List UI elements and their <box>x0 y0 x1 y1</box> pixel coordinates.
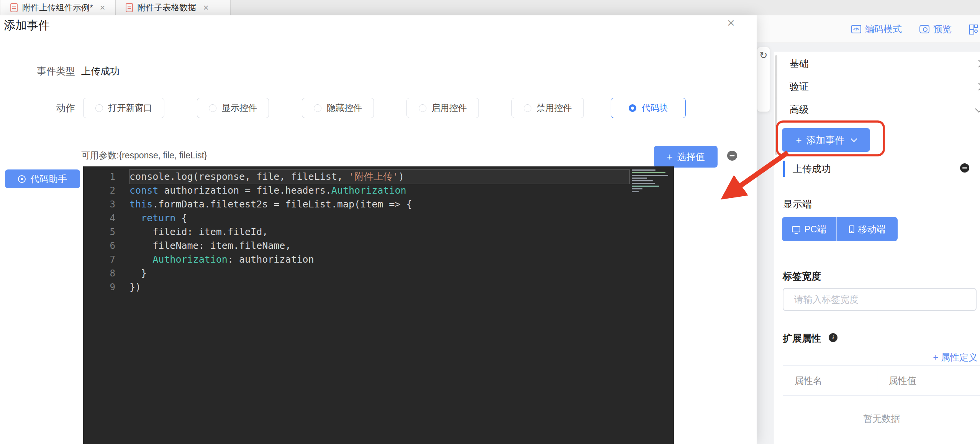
attrs-table-header: 属性名属性值 <box>783 366 980 396</box>
plus-icon: + <box>667 152 672 162</box>
chevron-down-icon <box>851 136 857 142</box>
attrs-table-header-cell: 属性名 <box>783 366 877 395</box>
phone-icon <box>849 225 854 233</box>
line-number: 9 <box>83 282 115 293</box>
line-number: 2 <box>83 185 115 196</box>
chevron-right-icon <box>975 83 980 90</box>
available-params-text: 可用参数:{response, file, fileList} <box>81 150 207 161</box>
top-toolbar: </> 编码模式 预览 <box>757 15 980 43</box>
action-options-row: 打开新窗口显示控件隐藏控件启用控件禁用控件代码块 <box>0 98 757 118</box>
line-content: console.log(response, file, fileList, '附… <box>129 170 629 184</box>
action-option-0[interactable]: 打开新窗口 <box>83 98 164 118</box>
event-item-upload-success[interactable]: 上传成功 <box>793 163 831 175</box>
modal-title: 添加事件 <box>4 18 50 33</box>
attrs-table-header-cell: 属性值 <box>877 366 980 395</box>
add-event-button[interactable]: + 添加事件 <box>782 128 870 152</box>
chevron-right-icon <box>975 60 980 67</box>
event-type-value: 上传成功 <box>81 63 120 79</box>
chevron-down-icon <box>975 105 980 113</box>
panel-section-2[interactable]: 高级 <box>774 98 980 121</box>
tab-bar: 附件上传组件示例*×附件子表格数据× <box>0 0 980 15</box>
panel-section-1[interactable]: 验证 <box>774 75 980 98</box>
file-tab-1[interactable]: 附件子表格数据× <box>116 0 231 15</box>
line-content: fileName: item.fileName, <box>129 239 629 253</box>
close-icon[interactable]: × <box>727 15 735 30</box>
display-button-pc[interactable]: PC端 <box>782 217 837 241</box>
action-option-3[interactable]: 启用控件 <box>406 98 479 118</box>
line-number: 3 <box>83 199 115 210</box>
coding-mode-button[interactable]: </> 编码模式 <box>851 23 902 35</box>
components-grid-icon[interactable] <box>969 25 978 34</box>
file-tab-0[interactable]: 附件上传组件示例*× <box>0 0 116 15</box>
action-option-label: 启用控件 <box>432 102 467 114</box>
action-option-label: 代码块 <box>642 102 668 114</box>
canvas-toolbar-pill: ↻ <box>757 47 770 112</box>
plus-icon: + <box>796 135 801 145</box>
line-number: 4 <box>83 213 115 224</box>
code-line: 9}) <box>83 280 674 294</box>
tab-close-icon[interactable]: × <box>203 2 209 13</box>
remove-event-button[interactable] <box>960 163 969 173</box>
code-lines: 1console.log(response, file, fileList, '… <box>83 170 674 294</box>
event-type-label: 事件类型 <box>0 63 75 79</box>
display-button-label: 移动端 <box>858 223 886 235</box>
action-option-2[interactable]: 隐藏控件 <box>302 98 374 118</box>
attr-define-link[interactable]: + 属性定义 <box>933 351 978 363</box>
line-number: 6 <box>83 240 115 251</box>
radio-selected-icon <box>629 104 636 112</box>
properties-panel: 基础验证高级 + 添加事件 上传成功 显示端 PC端移动端 标签宽度 扩展属性 … <box>774 52 980 444</box>
line-content: fileid: item.fileId, <box>129 225 629 239</box>
action-option-4[interactable]: 禁用控件 <box>511 98 584 118</box>
line-number: 7 <box>83 254 115 265</box>
code-line: 7 Authorization: authorization <box>83 253 674 266</box>
action-option-label: 隐藏控件 <box>327 102 362 114</box>
display-button-mobile[interactable]: 移动端 <box>837 217 898 241</box>
preview-button[interactable]: 预览 <box>919 23 952 35</box>
action-option-label: 显示控件 <box>222 102 257 114</box>
preview-label: 预览 <box>933 23 952 35</box>
panel-section-0[interactable]: 基础 <box>774 52 980 75</box>
display-button-label: PC端 <box>804 223 826 235</box>
radio-icon <box>95 104 103 112</box>
code-line: 4 return { <box>83 211 674 225</box>
tab-close-icon[interactable]: × <box>100 2 105 13</box>
radio-icon <box>209 104 216 112</box>
code-assistant-button[interactable]: 代码助手 <box>5 169 80 188</box>
code-line: 2const authorization = file.headers.Auth… <box>83 184 674 197</box>
event-item-accent-bar <box>783 161 785 177</box>
code-line: 5 fileid: item.fileId, <box>83 225 674 239</box>
panel-sections: 基础验证高级 <box>774 52 980 121</box>
section-label: 高级 <box>790 103 809 116</box>
radio-icon <box>314 104 321 112</box>
code-line: 6 fileName: item.fileName, <box>83 239 674 253</box>
select-value-button[interactable]: + 选择值 <box>654 146 718 168</box>
line-content: }) <box>129 280 629 294</box>
line-content: } <box>129 266 629 280</box>
code-line: 3this.formData.filetest2s = fileList.map… <box>83 197 674 211</box>
tab-label: 附件上传组件示例* <box>22 2 93 13</box>
line-number: 5 <box>83 227 115 237</box>
extended-attrs-label: 扩展属性 <box>783 332 821 345</box>
line-content: Authorization: authorization <box>129 253 629 266</box>
action-option-label: 禁用控件 <box>537 102 572 114</box>
remove-action-button[interactable] <box>727 151 737 161</box>
line-content: this.formData.filetest2s = fileList.map(… <box>129 197 629 211</box>
document-icon <box>10 3 18 12</box>
code-window-icon: </> <box>851 25 861 33</box>
label-width-input[interactable] <box>783 288 977 311</box>
display-target-label: 显示端 <box>783 198 812 210</box>
info-icon: i <box>829 333 837 342</box>
action-option-1[interactable]: 显示控件 <box>197 98 269 118</box>
code-editor[interactable]: 1console.log(response, file, fileList, '… <box>83 166 674 444</box>
radio-icon <box>419 104 426 112</box>
line-content: return { <box>129 211 629 225</box>
label-width-label: 标签宽度 <box>783 270 821 283</box>
monitor-icon <box>792 226 800 232</box>
refresh-icon[interactable]: ↻ <box>759 49 768 112</box>
code-assistant-label: 代码助手 <box>30 173 67 185</box>
add-event-label: 添加事件 <box>806 134 845 146</box>
line-number: 8 <box>83 268 115 279</box>
line-number: 1 <box>83 171 115 182</box>
action-option-label: 打开新窗口 <box>108 102 152 114</box>
action-option-5[interactable]: 代码块 <box>611 98 686 118</box>
